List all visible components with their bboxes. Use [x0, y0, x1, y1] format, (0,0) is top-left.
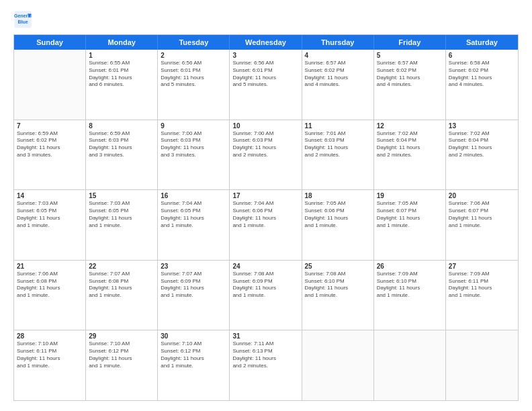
calendar: SundayMondayTuesdayWednesdayThursdayFrid…	[13, 34, 519, 401]
cell-info: Sunrise: 6:57 AMSunset: 6:02 PMDaylight:…	[305, 60, 371, 89]
calendar-cell: 23Sunrise: 7:07 AMSunset: 6:09 PMDayligh…	[158, 261, 230, 330]
day-number: 13	[449, 122, 515, 130]
day-header-saturday: Saturday	[446, 35, 518, 50]
day-number: 31	[232, 332, 298, 340]
page: General Blue SundayMondayTuesdayWednesda…	[0, 0, 532, 411]
calendar-cell: 18Sunrise: 7:05 AMSunset: 6:06 PMDayligh…	[302, 190, 374, 260]
day-number: 2	[161, 52, 226, 59]
calendar-cell: 16Sunrise: 7:04 AMSunset: 6:05 PMDayligh…	[158, 190, 230, 260]
logo: General Blue	[13, 10, 35, 29]
cell-info: Sunrise: 7:10 AMSunset: 6:12 PMDaylight:…	[161, 340, 226, 369]
calendar-cell: 31Sunrise: 7:11 AMSunset: 6:13 PMDayligh…	[230, 330, 302, 400]
day-number: 21	[17, 263, 83, 270]
day-number: 29	[89, 332, 154, 340]
cell-info: Sunrise: 7:09 AMSunset: 6:11 PMDaylight:…	[449, 271, 515, 300]
calendar-cell: 29Sunrise: 7:10 AMSunset: 6:12 PMDayligh…	[86, 330, 158, 400]
calendar-cell: 10Sunrise: 7:00 AMSunset: 6:03 PMDayligh…	[230, 120, 302, 190]
calendar-cell: 2Sunrise: 6:56 AMSunset: 6:01 PMDaylight…	[158, 50, 230, 120]
calendar-cell	[374, 330, 446, 400]
cell-info: Sunrise: 6:55 AMSunset: 6:01 PMDaylight:…	[89, 60, 154, 89]
cell-info: Sunrise: 7:09 AMSunset: 6:10 PMDaylight:…	[377, 271, 443, 300]
day-number: 25	[305, 263, 371, 270]
cell-info: Sunrise: 7:07 AMSunset: 6:09 PMDaylight:…	[161, 271, 226, 300]
day-number: 24	[232, 263, 298, 270]
day-header-tuesday: Tuesday	[158, 35, 230, 50]
cell-info: Sunrise: 7:03 AMSunset: 6:05 PMDaylight:…	[89, 200, 154, 229]
calendar-cell: 30Sunrise: 7:10 AMSunset: 6:12 PMDayligh…	[158, 330, 230, 400]
cell-info: Sunrise: 7:06 AMSunset: 6:08 PMDaylight:…	[17, 271, 83, 300]
cell-info: Sunrise: 7:04 AMSunset: 6:06 PMDaylight:…	[232, 200, 298, 229]
calendar-cell: 9Sunrise: 7:00 AMSunset: 6:03 PMDaylight…	[158, 120, 230, 190]
calendar-cell	[14, 50, 86, 120]
day-number: 4	[305, 52, 371, 59]
calendar-cell: 1Sunrise: 6:55 AMSunset: 6:01 PMDaylight…	[86, 50, 158, 120]
cell-info: Sunrise: 6:59 AMSunset: 6:03 PMDaylight:…	[89, 130, 154, 159]
calendar-cell: 8Sunrise: 6:59 AMSunset: 6:03 PMDaylight…	[86, 120, 158, 190]
cell-info: Sunrise: 6:56 AMSunset: 6:01 PMDaylight:…	[232, 60, 298, 89]
day-number: 1	[89, 52, 154, 59]
calendar-cell: 15Sunrise: 7:03 AMSunset: 6:05 PMDayligh…	[86, 190, 158, 260]
svg-text:Blue: Blue	[17, 19, 28, 24]
cell-info: Sunrise: 7:04 AMSunset: 6:05 PMDaylight:…	[161, 200, 226, 229]
day-number: 7	[17, 122, 83, 130]
calendar-cell	[302, 330, 374, 400]
cell-info: Sunrise: 6:59 AMSunset: 6:02 PMDaylight:…	[17, 130, 83, 159]
calendar-cell: 7Sunrise: 6:59 AMSunset: 6:02 PMDaylight…	[14, 120, 86, 190]
cell-info: Sunrise: 7:05 AMSunset: 6:07 PMDaylight:…	[377, 200, 443, 229]
day-number: 12	[377, 122, 443, 130]
day-number: 11	[305, 122, 371, 130]
calendar-cell: 24Sunrise: 7:08 AMSunset: 6:09 PMDayligh…	[230, 261, 302, 330]
day-number: 19	[377, 192, 443, 199]
header: General Blue	[13, 10, 519, 29]
day-number: 23	[161, 263, 226, 270]
day-header-monday: Monday	[86, 35, 158, 50]
day-number: 9	[161, 122, 226, 130]
calendar-cell: 4Sunrise: 6:57 AMSunset: 6:02 PMDaylight…	[302, 50, 374, 120]
day-header-wednesday: Wednesday	[230, 35, 302, 50]
calendar-cell: 13Sunrise: 7:02 AMSunset: 6:04 PMDayligh…	[446, 120, 518, 190]
day-number: 18	[305, 192, 371, 199]
calendar-cell: 12Sunrise: 7:02 AMSunset: 6:04 PMDayligh…	[374, 120, 446, 190]
calendar-body: 1Sunrise: 6:55 AMSunset: 6:01 PMDaylight…	[14, 50, 518, 400]
calendar-cell: 20Sunrise: 7:06 AMSunset: 6:07 PMDayligh…	[446, 190, 518, 260]
calendar-cell: 11Sunrise: 7:01 AMSunset: 6:03 PMDayligh…	[302, 120, 374, 190]
calendar-row-2: 7Sunrise: 6:59 AMSunset: 6:02 PMDaylight…	[14, 120, 518, 191]
calendar-cell: 19Sunrise: 7:05 AMSunset: 6:07 PMDayligh…	[374, 190, 446, 260]
cell-info: Sunrise: 7:08 AMSunset: 6:10 PMDaylight:…	[305, 271, 371, 300]
calendar-row-5: 28Sunrise: 7:10 AMSunset: 6:11 PMDayligh…	[14, 330, 518, 400]
calendar-row-4: 21Sunrise: 7:06 AMSunset: 6:08 PMDayligh…	[14, 261, 518, 331]
day-number: 6	[449, 52, 515, 59]
day-number: 14	[17, 192, 83, 199]
day-number: 27	[449, 263, 515, 270]
cell-info: Sunrise: 7:03 AMSunset: 6:05 PMDaylight:…	[17, 200, 83, 229]
calendar-row-1: 1Sunrise: 6:55 AMSunset: 6:01 PMDaylight…	[14, 50, 518, 120]
day-number: 16	[161, 192, 226, 199]
day-header-sunday: Sunday	[14, 35, 86, 50]
calendar-cell: 14Sunrise: 7:03 AMSunset: 6:05 PMDayligh…	[14, 190, 86, 260]
day-header-friday: Friday	[374, 35, 446, 50]
calendar-cell	[446, 330, 518, 400]
cell-info: Sunrise: 7:00 AMSunset: 6:03 PMDaylight:…	[161, 130, 226, 159]
cell-info: Sunrise: 7:02 AMSunset: 6:04 PMDaylight:…	[377, 130, 443, 159]
calendar-cell: 21Sunrise: 7:06 AMSunset: 6:08 PMDayligh…	[14, 261, 86, 330]
cell-info: Sunrise: 6:57 AMSunset: 6:02 PMDaylight:…	[377, 60, 443, 89]
cell-info: Sunrise: 7:10 AMSunset: 6:11 PMDaylight:…	[17, 340, 83, 369]
calendar-cell: 6Sunrise: 6:58 AMSunset: 6:02 PMDaylight…	[446, 50, 518, 120]
calendar-cell: 28Sunrise: 7:10 AMSunset: 6:11 PMDayligh…	[14, 330, 86, 400]
day-number: 20	[449, 192, 515, 199]
calendar-row-3: 14Sunrise: 7:03 AMSunset: 6:05 PMDayligh…	[14, 190, 518, 261]
calendar-cell: 25Sunrise: 7:08 AMSunset: 6:10 PMDayligh…	[302, 261, 374, 330]
day-header-thursday: Thursday	[302, 35, 374, 50]
day-number: 15	[89, 192, 154, 199]
cell-info: Sunrise: 7:08 AMSunset: 6:09 PMDaylight:…	[232, 271, 298, 300]
calendar-cell: 26Sunrise: 7:09 AMSunset: 6:10 PMDayligh…	[374, 261, 446, 330]
day-number: 5	[377, 52, 443, 59]
cell-info: Sunrise: 7:02 AMSunset: 6:04 PMDaylight:…	[449, 130, 515, 159]
calendar-cell: 3Sunrise: 6:56 AMSunset: 6:01 PMDaylight…	[230, 50, 302, 120]
cell-info: Sunrise: 7:10 AMSunset: 6:12 PMDaylight:…	[89, 340, 154, 369]
cell-info: Sunrise: 7:00 AMSunset: 6:03 PMDaylight:…	[232, 130, 298, 159]
calendar-cell: 5Sunrise: 6:57 AMSunset: 6:02 PMDaylight…	[374, 50, 446, 120]
calendar-cell: 17Sunrise: 7:04 AMSunset: 6:06 PMDayligh…	[230, 190, 302, 260]
day-number: 8	[89, 122, 154, 130]
calendar-cell: 22Sunrise: 7:07 AMSunset: 6:08 PMDayligh…	[86, 261, 158, 330]
